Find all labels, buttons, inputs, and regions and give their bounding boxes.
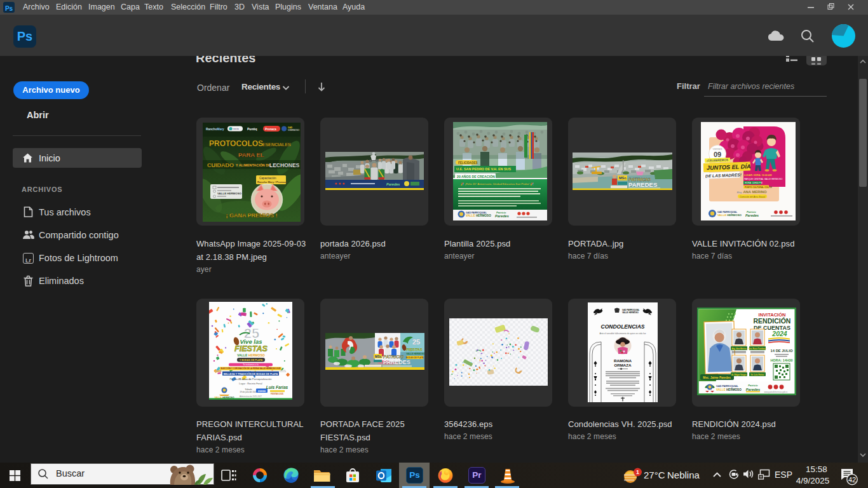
- svg-text:HORA: 10H00 PM: HORA: 10H00 PM: [745, 182, 763, 184]
- svg-text:Capacitación: Capacitación: [259, 177, 276, 180]
- svg-text:Rancho Mary / Pronaca: Rancho Mary / Pronaca: [257, 180, 287, 184]
- svg-text:MSc.: MSc.: [375, 355, 383, 358]
- svg-text:VALLE HERMOSO: VALLE HERMOSO: [622, 311, 639, 314]
- svg-text:Msc. Jaime Paredes: Msc. Jaime Paredes: [703, 376, 731, 379]
- svg-text:2024: 2024: [771, 330, 787, 337]
- svg-text:necto: necto: [233, 128, 239, 130]
- svg-text:Ante el sensible fallecimiento: Ante el sensible fallecimiento de quien …: [599, 332, 646, 335]
- svg-text:www.gadvallehermoso.gob.ec: www.gadvallehermoso.gob.ec: [764, 391, 788, 393]
- svg-text:VALLE HERMOSO: VALLE HERMOSO: [466, 214, 491, 217]
- svg-text:PARA EL: PARA EL: [238, 151, 264, 158]
- svg-text:FELICIDADES: FELICIDADES: [458, 161, 478, 165]
- svg-text:V.HERMOSO: V.HERMOSO: [288, 129, 300, 132]
- svg-text:Patricio: Patricio: [748, 384, 758, 387]
- svg-text:Abg. ANA MERINO: Abg. ANA MERINO: [736, 190, 767, 194]
- svg-text:PATRICIO: PATRICIO: [383, 355, 404, 359]
- svg-text:ESENCIALES: ESENCIALES: [262, 142, 291, 147]
- svg-text:GAD PARROQUIAL: GAD PARROQUIAL: [466, 212, 487, 214]
- svg-text:HORA: 14H30: HORA: 14H30: [770, 358, 792, 362]
- svg-text:FIESTAS: FIESTAS: [234, 344, 268, 353]
- svg-text:CONDOLENCIAS: CONDOLENCIAS: [601, 323, 645, 330]
- svg-text:MSc.: MSc.: [619, 176, 627, 180]
- svg-text:Paredes: Paredes: [746, 388, 761, 391]
- svg-text:GAD PARROQUIAL: GAD PARROQUIAL: [717, 211, 737, 214]
- svg-text:GAD PARROQUIAL: GAD PARROQUIAL: [716, 385, 738, 388]
- svg-text:42: 42: [848, 476, 856, 484]
- svg-text:Paredes: Paredes: [386, 182, 400, 186]
- svg-text:VALLE HERMOSO: VALLE HERMOSO: [217, 192, 242, 195]
- svg-text:RanchoMary: RanchoMary: [206, 128, 224, 131]
- svg-text:PROTOCOLOS: PROTOCOLOS: [209, 139, 263, 148]
- svg-text:VALLE HERMOSO: VALLE HERMOSO: [716, 388, 742, 391]
- svg-text:Sra. Rosa Tumbaco: Sra. Rosa Tumbaco: [749, 348, 766, 350]
- svg-text:19 de julio del 2025: 19 de julio del 2025: [240, 391, 257, 393]
- svg-text:Por los 25 años de Parroquiali: Por los 25 años de Parroquialización: [229, 377, 271, 381]
- svg-text:Administración 2025-2027: Administración 2025-2027: [240, 395, 262, 398]
- svg-text:25: 25: [412, 338, 420, 346]
- svg-text:Abg. Ana Merino: Abg. Ana Merino: [731, 348, 747, 350]
- svg-text:BELLEZA Y TRADICIÓN DE BODAS D: BELLEZA Y TRADICIÓN DE BODAS DE PLATA: [224, 372, 278, 376]
- svg-text:Y BODAS DE PLATA: Y BODAS DE PLATA: [240, 359, 263, 362]
- svg-text:LECHONES: LECHONES: [269, 162, 300, 168]
- svg-text:14 DE JULIO: 14 DE JULIO: [771, 349, 793, 353]
- svg-text:Paredes: Paredes: [745, 214, 759, 217]
- svg-text:09: 09: [714, 151, 721, 158]
- svg-text:U.E. SAN PEDRO DE V.H. EN SUS: U.E. SAN PEDRO DE V.H. EN SUS: [456, 167, 511, 171]
- svg-text:Puntiq: Puntiq: [247, 127, 257, 131]
- svg-text:Luis Farias: Luis Farias: [266, 385, 288, 390]
- svg-text:FIESTAS: FIESTAS: [407, 348, 423, 351]
- svg-text:PARQUE CENTRAL VALLE HERMOSO: PARQUE CENTRAL VALLE HERMOSO: [744, 178, 783, 180]
- svg-text:Comisión del Área Social: Comisión del Área Social: [740, 196, 765, 198]
- svg-text:¡ GANA PREMIOS !: ¡ GANA PREMIOS !: [226, 212, 277, 219]
- svg-text:Lugar : Recinto Ferial: Lugar : Recinto Ferial: [239, 383, 262, 385]
- svg-text:20 AÑOS DE CREACIÓN: 20 AÑOS DE CREACIÓN: [457, 174, 495, 179]
- svg-text:FIESTAS 2025: FIESTAS 2025: [271, 393, 283, 395]
- svg-text:PAREDES: PAREDES: [383, 359, 410, 365]
- svg-text:Pronaca: Pronaca: [265, 128, 276, 131]
- svg-text:Sr. Edgar Vargas: Sr. Edgar Vargas: [731, 374, 747, 376]
- svg-text:1: 1: [636, 469, 639, 475]
- svg-text:VALLE HERMOSO: VALLE HERMOSO: [237, 353, 264, 357]
- svg-text:Y ALIMENTACIÓN DE: Y ALIMENTACIÓN DE: [236, 163, 271, 167]
- svg-text:Paredes: Paredes: [495, 214, 509, 218]
- svg-text:Sr. Luis Farias: Sr. Luis Farias: [751, 374, 764, 376]
- svg-text:VALLE HERMOSO: VALLE HERMOSO: [717, 214, 742, 217]
- svg-text:PUNTO CULTURAL COLOR: PUNTO CULTURAL COLOR: [745, 186, 772, 189]
- svg-text:RENDICIÓN: RENDICIÓN: [754, 317, 791, 325]
- svg-text:PAREDES: PAREDES: [628, 181, 657, 188]
- svg-text:LUGAR: HORA: 10:00 AM: LUGAR: HORA: 10:00 AM: [744, 174, 771, 177]
- svg-text:RAMONA: RAMONA: [614, 358, 632, 363]
- svg-text:20H00: 20H00: [258, 390, 266, 393]
- svg-text:Te invitamos a la: Te invitamos a la: [243, 363, 259, 366]
- svg-text:CUIDADO: CUIDADO: [207, 162, 234, 168]
- svg-text:ELECCIÓN Y CORONACIÓN DE LA RE: ELECCIÓN Y CORONACIÓN DE LA REINA VALLE …: [221, 367, 281, 370]
- svg-text:🎉 ¡Feliz 20° Aniversario, Uni: 🎉 ¡Feliz 20° Aniversario, Unidad Educati…: [461, 182, 534, 186]
- svg-text:ORMAZA: ORMAZA: [614, 363, 632, 367]
- svg-text:VALLE HERMOSO: VALLE HERMOSO: [406, 353, 424, 355]
